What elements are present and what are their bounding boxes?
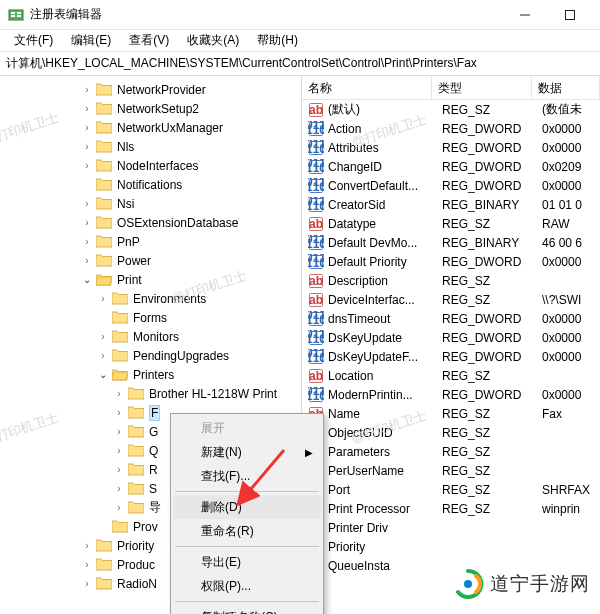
expander-icon[interactable]: › bbox=[112, 501, 126, 515]
expander-icon[interactable] bbox=[96, 311, 110, 325]
tree-item[interactable]: ›NetworkSetup2 bbox=[0, 99, 301, 118]
menu-edit[interactable]: 编辑(E) bbox=[63, 30, 119, 51]
list-row[interactable]: 011110AttributesREG_DWORD0x0000 bbox=[302, 138, 600, 157]
column-data[interactable]: 数据 bbox=[532, 76, 600, 99]
expander-icon[interactable]: › bbox=[112, 482, 126, 496]
value-data: 0x0000 bbox=[542, 179, 600, 193]
tree-item[interactable]: ›NetworkUxManager bbox=[0, 118, 301, 137]
folder-icon bbox=[112, 292, 133, 305]
value-type: REG_BINARY bbox=[442, 198, 542, 212]
menu-view[interactable]: 查看(V) bbox=[121, 30, 177, 51]
expander-icon[interactable]: › bbox=[80, 159, 94, 173]
list-row[interactable]: 011110DsKeyUpdateREG_DWORD0x0000 bbox=[302, 328, 600, 347]
expander-icon[interactable]: › bbox=[96, 330, 110, 344]
ctx-find[interactable]: 查找(F)... bbox=[173, 464, 321, 488]
ctx-permissions[interactable]: 权限(P)... bbox=[173, 574, 321, 598]
list-row[interactable]: 011110CreatorSidREG_BINARY01 01 0 bbox=[302, 195, 600, 214]
expander-icon[interactable] bbox=[96, 520, 110, 534]
value-type: REG_SZ bbox=[442, 369, 542, 383]
tree-item[interactable]: ›Environments bbox=[0, 289, 301, 308]
value-name: DsKeyUpdateF... bbox=[328, 350, 442, 364]
minimize-button[interactable] bbox=[502, 0, 547, 30]
maximize-button[interactable] bbox=[547, 0, 592, 30]
expander-icon[interactable]: › bbox=[80, 235, 94, 249]
tree-item[interactable]: ›NodeInterfaces bbox=[0, 156, 301, 175]
expander-icon[interactable]: › bbox=[80, 121, 94, 135]
menu-file[interactable]: 文件(F) bbox=[6, 30, 61, 51]
list-row[interactable]: 011110ActionREG_DWORD0x0000 bbox=[302, 119, 600, 138]
list-row[interactable]: abObjectGUIDREG_SZ bbox=[302, 423, 600, 442]
list-row[interactable]: abDeviceInterfac...REG_SZ\\?\SWI bbox=[302, 290, 600, 309]
tree-item[interactable]: ›Brother HL-1218W Print bbox=[0, 384, 301, 403]
list-row[interactable]: abPerUserNameREG_SZ bbox=[302, 461, 600, 480]
tree-item[interactable]: ⌄Print bbox=[0, 270, 301, 289]
value-data: 0x0000 bbox=[542, 350, 600, 364]
address-bar[interactable]: 计算机\HKEY_LOCAL_MACHINE\SYSTEM\CurrentCon… bbox=[0, 52, 600, 76]
expander-icon[interactable]: ⌄ bbox=[80, 273, 94, 287]
list-row[interactable]: 011110DsKeyUpdateF...REG_DWORD0x0000 bbox=[302, 347, 600, 366]
folder-icon bbox=[128, 387, 149, 400]
binary-value-icon: 011110 bbox=[308, 178, 324, 194]
tree-item[interactable]: Notifications bbox=[0, 175, 301, 194]
list-row[interactable]: 011110ChangeIDREG_DWORD0x0209 bbox=[302, 157, 600, 176]
list-row[interactable]: abPortREG_SZSHRFAX bbox=[302, 480, 600, 499]
tree-item[interactable]: ›PendingUpgrades bbox=[0, 346, 301, 365]
ctx-rename[interactable]: 重命名(R) bbox=[173, 519, 321, 543]
expander-icon[interactable]: › bbox=[80, 577, 94, 591]
expander-icon[interactable]: › bbox=[80, 102, 94, 116]
value-name: DeviceInterfac... bbox=[328, 293, 442, 307]
value-name: Description bbox=[328, 274, 442, 288]
expander-icon[interactable]: › bbox=[112, 387, 126, 401]
ctx-delete[interactable]: 删除(D) bbox=[173, 495, 321, 519]
expander-icon[interactable]: › bbox=[96, 292, 110, 306]
expander-icon[interactable]: › bbox=[80, 254, 94, 268]
expander-icon[interactable]: › bbox=[80, 83, 94, 97]
column-name[interactable]: 名称 bbox=[302, 76, 432, 99]
expander-icon[interactable]: › bbox=[80, 197, 94, 211]
tree-item[interactable]: ›Nls bbox=[0, 137, 301, 156]
tree-item[interactable]: Forms bbox=[0, 308, 301, 327]
list-row[interactable]: abPrint ProcessorREG_SZwinprin bbox=[302, 499, 600, 518]
ctx-new[interactable]: 新建(N)▶ bbox=[173, 440, 321, 464]
tree-item[interactable]: ›OSExtensionDatabase bbox=[0, 213, 301, 232]
list-row[interactable]: abPrinter Driv bbox=[302, 518, 600, 537]
expander-icon[interactable]: › bbox=[80, 539, 94, 553]
tree-item[interactable]: ›PnP bbox=[0, 232, 301, 251]
expander-icon[interactable]: › bbox=[112, 425, 126, 439]
expander-icon[interactable]: › bbox=[96, 349, 110, 363]
tree-item[interactable]: ⌄Printers bbox=[0, 365, 301, 384]
expander-icon[interactable]: › bbox=[112, 406, 126, 420]
list-row[interactable]: abNameREG_SZFax bbox=[302, 404, 600, 423]
expander-icon[interactable]: ⌄ bbox=[96, 368, 110, 382]
list-row[interactable]: abParametersREG_SZ bbox=[302, 442, 600, 461]
menu-help[interactable]: 帮助(H) bbox=[249, 30, 306, 51]
tree-item[interactable]: ›NetworkProvider bbox=[0, 80, 301, 99]
tree-item-label: PnP bbox=[117, 235, 140, 249]
list-row[interactable]: 011110ModernPrintin...REG_DWORD0x0000 bbox=[302, 385, 600, 404]
expander-icon[interactable]: › bbox=[80, 558, 94, 572]
folder-icon bbox=[96, 121, 117, 134]
ctx-copy-key-name[interactable]: 复制项名称(C) bbox=[173, 605, 321, 614]
list-row[interactable]: 011110Default DevMo...REG_BINARY46 00 6 bbox=[302, 233, 600, 252]
column-type[interactable]: 类型 bbox=[432, 76, 532, 99]
tree-item[interactable]: ›Monitors bbox=[0, 327, 301, 346]
tree-item[interactable]: ›Power bbox=[0, 251, 301, 270]
expander-icon[interactable]: › bbox=[80, 140, 94, 154]
list-row[interactable]: 011110dnsTimeoutREG_DWORD0x0000 bbox=[302, 309, 600, 328]
expander-icon[interactable] bbox=[80, 178, 94, 192]
list-row[interactable]: 011110ConvertDefault...REG_DWORD0x0000 bbox=[302, 176, 600, 195]
ctx-expand[interactable]: 展开 bbox=[173, 416, 321, 440]
ctx-export[interactable]: 导出(E) bbox=[173, 550, 321, 574]
list-row[interactable]: ab(默认)REG_SZ(数值未 bbox=[302, 100, 600, 119]
expander-icon[interactable]: › bbox=[112, 444, 126, 458]
expander-icon[interactable]: › bbox=[112, 463, 126, 477]
value-type: REG_DWORD bbox=[442, 122, 542, 136]
menu-favorites[interactable]: 收藏夹(A) bbox=[179, 30, 247, 51]
list-row[interactable]: 011110Default PriorityREG_DWORD0x0000 bbox=[302, 252, 600, 271]
list-row[interactable]: abDescriptionREG_SZ bbox=[302, 271, 600, 290]
tree-item[interactable]: ›Nsi bbox=[0, 194, 301, 213]
expander-icon[interactable]: › bbox=[80, 216, 94, 230]
list-row[interactable]: abLocationREG_SZ bbox=[302, 366, 600, 385]
list-row[interactable]: 011110Priority bbox=[302, 537, 600, 556]
list-row[interactable]: abDatatypeREG_SZRAW bbox=[302, 214, 600, 233]
